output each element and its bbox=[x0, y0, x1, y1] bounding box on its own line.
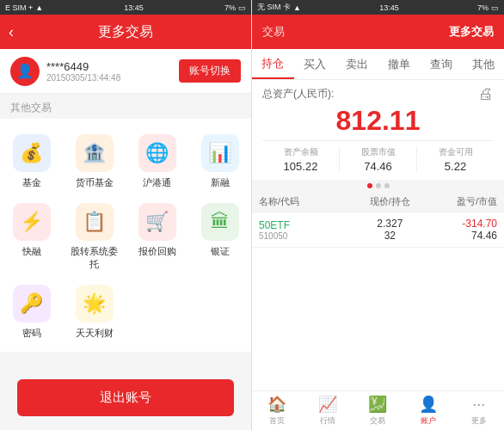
available-label: 资金可用 bbox=[417, 146, 494, 158]
right-status-right: 7% ▭ bbox=[477, 3, 499, 12]
assets-balance: 资产余额 105.22 bbox=[262, 146, 339, 173]
back-button[interactable]: ‹ bbox=[9, 23, 14, 41]
stock-name: 50ETF bbox=[259, 219, 354, 231]
bottom-nav-account[interactable]: 👤 账户 bbox=[403, 395, 454, 427]
quick-melt-icon: ⚡ bbox=[13, 203, 51, 241]
profit-value-cell: -314.70 74.46 bbox=[426, 218, 497, 242]
table-row[interactable]: 50ETF 510050 2.327 32 -314.70 74.46 bbox=[252, 212, 504, 248]
account-nav-label: 账户 bbox=[421, 415, 436, 427]
home-icon: 🏠 bbox=[267, 395, 286, 414]
profit-value: -314.70 bbox=[426, 218, 497, 230]
left-status-right: 7% ▭ bbox=[224, 3, 246, 12]
right-panel: 无 SIM 卡 ▲ 13:45 7% ▭ 交易 更多交易 持仓 买入 卖出 撤单… bbox=[252, 0, 504, 430]
tianlicai-icon: 🌟 bbox=[76, 285, 114, 322]
avatar: 👤 bbox=[10, 57, 40, 86]
stock-value-label: 股票市值 bbox=[340, 146, 416, 158]
account-info: ****6449 20150305/13:44:48 bbox=[46, 60, 179, 83]
bank-icon: 🏛 bbox=[201, 203, 239, 241]
bottom-nav-home[interactable]: 🏠 首页 bbox=[252, 395, 303, 427]
stock-name-code: 50ETF 510050 bbox=[259, 219, 354, 241]
left-time: 13:45 bbox=[124, 3, 144, 12]
left-panel: E SIM + ▲ 13:45 7% ▭ ‹ 更多交易 👤 ****6449 2… bbox=[0, 0, 252, 430]
holdings-table: 名称/代码 现价/持仓 盈亏/市值 50ETF 510050 2.327 32 … bbox=[252, 192, 504, 390]
assets-label: 总资产(人民币): bbox=[262, 87, 334, 101]
price-buy-icon: 🛒 bbox=[138, 203, 176, 241]
right-status-bar: 无 SIM 卡 ▲ 13:45 7% ▭ bbox=[252, 0, 504, 15]
right-wifi-icon: ▲ bbox=[293, 3, 301, 12]
grid-item-quick-melt[interactable]: ⚡ 快融 bbox=[0, 194, 63, 276]
tab-holdings[interactable]: 持仓 bbox=[252, 49, 294, 79]
hk-connect-label: 沪港通 bbox=[143, 176, 171, 189]
stock-transfer-icon: 📋 bbox=[76, 203, 114, 241]
left-status-left: E SIM + ▲ bbox=[5, 3, 43, 12]
nav-tab-more-trade[interactable]: 更多交易 bbox=[449, 24, 494, 40]
table-header: 名称/代码 现价/持仓 盈亏/市值 bbox=[252, 192, 504, 212]
assets-sub-row: 资产余额 105.22 股票市值 74.46 资金可用 5.22 bbox=[262, 140, 494, 176]
left-status-bar: E SIM + ▲ 13:45 7% ▭ bbox=[0, 0, 251, 15]
hk-connect-icon: 🌐 bbox=[138, 134, 176, 172]
market-value: 74.46 bbox=[426, 230, 497, 242]
grid-item-money-fund[interactable]: 🏦 货币基金 bbox=[63, 126, 126, 194]
grid-item-password[interactable]: 🔑 密码 bbox=[0, 276, 63, 345]
price-holding-cell: 2.327 32 bbox=[354, 218, 426, 242]
account-bar: 👤 ****6449 20150305/13:44:48 账号切换 bbox=[0, 49, 251, 94]
right-status-left: 无 SIM 卡 ▲ bbox=[257, 2, 301, 13]
grid-item-stock-transfer[interactable]: 📋 股转系统委托 bbox=[63, 194, 126, 276]
account-switch-button[interactable]: 账号切换 bbox=[179, 59, 241, 83]
market-label: 行情 bbox=[320, 415, 335, 427]
more-icon: ··· bbox=[472, 396, 485, 414]
nav-tab-trade[interactable]: 交易 bbox=[262, 24, 285, 40]
dot-1 bbox=[367, 183, 372, 188]
trade-label: 交易 bbox=[370, 415, 385, 427]
grid-item-hk-connect[interactable]: 🌐 沪港通 bbox=[126, 126, 188, 194]
th-price-holding: 现价/持仓 bbox=[354, 195, 426, 208]
grid-row-1: 💰 基金 🏦 货币基金 🌐 沪港通 📊 新融 bbox=[0, 126, 251, 194]
right-battery-icon: ▭ bbox=[491, 3, 499, 12]
dot-3 bbox=[384, 183, 390, 188]
money-fund-icon: 🏦 bbox=[76, 134, 114, 172]
stock-price: 2.327 bbox=[354, 218, 426, 230]
stock-value: 74.46 bbox=[340, 160, 416, 173]
logout-area: 退出账号 bbox=[0, 366, 251, 430]
home-label: 首页 bbox=[269, 415, 285, 427]
sim-text: E SIM + bbox=[5, 3, 33, 12]
money-fund-label: 货币基金 bbox=[76, 176, 114, 189]
other-trading-label: 其他交易 bbox=[0, 94, 251, 119]
logout-button[interactable]: 退出账号 bbox=[17, 379, 234, 416]
account-nav-icon: 👤 bbox=[419, 395, 438, 414]
balance-value: 105.22 bbox=[262, 160, 339, 173]
dot-2 bbox=[376, 183, 381, 188]
th-name-code: 名称/代码 bbox=[259, 195, 354, 208]
tab-other[interactable]: 其他 bbox=[462, 49, 504, 79]
grid-row-3: 🔑 密码 🌟 天天利财 bbox=[0, 276, 251, 345]
grid-item-fund[interactable]: 💰 基金 bbox=[0, 126, 63, 194]
quick-melt-label: 快融 bbox=[22, 245, 41, 258]
tab-query[interactable]: 查询 bbox=[420, 49, 462, 79]
grid-item-price-buy[interactable]: 🛒 报价回购 bbox=[126, 194, 188, 276]
password-icon: 🔑 bbox=[13, 285, 51, 322]
avatar-icon: 👤 bbox=[16, 63, 34, 79]
bank-label: 银证 bbox=[211, 245, 230, 258]
assets-stock-value: 股票市值 74.46 bbox=[339, 146, 416, 173]
tab-cancel[interactable]: 撤单 bbox=[378, 49, 420, 79]
dot-indicator bbox=[252, 180, 504, 192]
xin-rong-label: 新融 bbox=[211, 176, 230, 189]
trade-tabs: 持仓 买入 卖出 撤单 查询 其他 bbox=[252, 49, 504, 80]
password-label: 密码 bbox=[22, 327, 41, 340]
right-nav-bar: 交易 更多交易 bbox=[252, 15, 504, 49]
th-profit-value: 盈亏/市值 bbox=[426, 195, 497, 208]
grid-item-bank[interactable]: 🏛 银证 bbox=[188, 194, 251, 276]
left-nav-title: 更多交易 bbox=[98, 23, 153, 41]
assets-label-row: 总资产(人民币): 🖨 bbox=[262, 85, 494, 103]
bottom-nav-trade[interactable]: 💹 交易 bbox=[353, 395, 403, 427]
print-icon[interactable]: 🖨 bbox=[478, 85, 494, 103]
grid-item-tianlicai[interactable]: 🌟 天天利财 bbox=[63, 276, 126, 345]
fund-icon: 💰 bbox=[13, 134, 51, 172]
grid-item-xin-rong[interactable]: 📊 新融 bbox=[188, 126, 251, 194]
assets-total: 812.11 bbox=[262, 105, 494, 137]
tab-buy[interactable]: 买入 bbox=[294, 49, 336, 79]
bottom-nav-more[interactable]: ··· 更多 bbox=[453, 396, 504, 427]
tab-sell[interactable]: 卖出 bbox=[336, 49, 378, 79]
bottom-nav-market[interactable]: 📈 行情 bbox=[303, 395, 353, 427]
fund-label: 基金 bbox=[22, 176, 41, 189]
